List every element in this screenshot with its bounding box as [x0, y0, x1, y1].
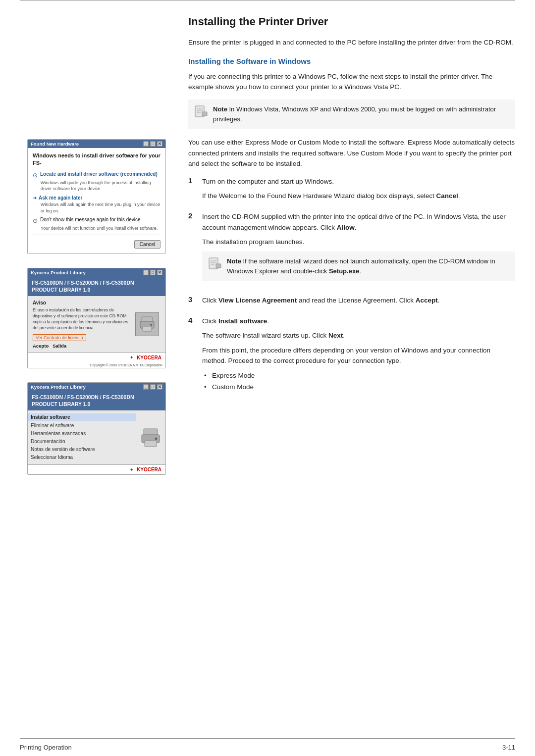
- ss2-link-salida[interactable]: Salida: [53, 343, 66, 349]
- para1: You can use either Express Mode or Custo…: [188, 137, 515, 169]
- step-1-number: 1: [188, 176, 202, 185]
- ss1-link1[interactable]: Locate and install driver software (reco…: [40, 171, 158, 177]
- svg-point-7: [155, 437, 158, 440]
- ss1-link1-block: ⊙ Locate and install driver software (re…: [33, 171, 160, 192]
- ss2-header: FS-C5100DN / FS-C5200DN / FS-C5300DN PRO…: [28, 277, 165, 296]
- ss1-cancel-button[interactable]: Cancel: [134, 240, 160, 249]
- ss1-arrow-sub: Windows will ask again the next time you…: [41, 202, 160, 214]
- ss3-menu-item-highlighted[interactable]: Instalar software: [28, 413, 136, 421]
- note-box-1: Note In Windows Vista, Windows XP and Wi…: [188, 100, 515, 129]
- footer-left: Printing Operation: [20, 744, 72, 751]
- ss3-close[interactable]: ✕: [157, 384, 162, 390]
- ss2-footer: ✦ KYOCERA: [28, 353, 165, 362]
- step-4-content: Click Install software. The software ins…: [202, 316, 515, 393]
- step-2-number: 2: [188, 211, 202, 220]
- ss3-menu-item-1[interactable]: Eliminar el software: [28, 422, 136, 429]
- ss3-minimize[interactable]: _: [143, 384, 149, 390]
- ss1-titlebar-title: Found New Hardware: [31, 141, 79, 147]
- ss2-right: [133, 300, 160, 349]
- left-column: Found New Hardware _ □ ✕ Windows needs t…: [20, 15, 173, 723]
- ss3-menu-item-3[interactable]: Documentación: [28, 438, 136, 445]
- ss2-link-acepto[interactable]: Acepto: [33, 343, 49, 349]
- ss1-body: Windows needs to install driver software…: [28, 148, 165, 253]
- ss3-titlebar: Kyocera Product Library _ □ ✕: [28, 383, 165, 391]
- ss3-menu-item-2[interactable]: Herramientas avanzadas: [28, 430, 136, 437]
- ss2-controls: _ □ ✕: [143, 270, 162, 275]
- ss1-arrow-block: ➜ Ask me again later Windows will ask ag…: [33, 195, 160, 214]
- right-column: Installing the Printer Driver Ensure the…: [188, 15, 515, 723]
- page: Found New Hardware _ □ ✕ Windows needs t…: [0, 0, 535, 756]
- step-3-content: Click View License Agreement and read th…: [202, 295, 515, 310]
- ss1-close[interactable]: ✕: [157, 141, 162, 147]
- ss1-titlebar: Found New Hardware _ □ ✕: [28, 140, 165, 148]
- step-4-main: Click Install software.: [202, 316, 515, 327]
- ss2-body-text: El uso o instalación de los controladore…: [33, 307, 129, 331]
- step-2-sub: The installation program launches.: [202, 237, 515, 248]
- ss3-body: Instalar software Eliminar el software H…: [28, 410, 165, 464]
- ss2-titlebar-title: Kyocera Product Library: [31, 270, 86, 275]
- ss3-header: FS-C5100DN / FS-C5200DN / FS-C5300DN PRO…: [28, 391, 165, 410]
- svg-marker-17: [216, 264, 221, 268]
- ss1-minimize[interactable]: _: [143, 141, 149, 147]
- note-text-2: Note If the software install wizard does…: [227, 256, 509, 276]
- svg-point-3: [150, 324, 152, 326]
- bullet-express: Express Mode: [204, 370, 515, 382]
- ss2-minimize[interactable]: _: [143, 270, 149, 275]
- ss1-check-text: Don't show this message again for this d…: [40, 217, 141, 222]
- note-label-2: Note: [227, 257, 241, 265]
- step-3-number: 3: [188, 295, 202, 303]
- note-label-1: Note: [213, 105, 227, 113]
- ss1-controls: _ □ ✕: [143, 141, 162, 147]
- step-1-main: Turn on the computer and start up Window…: [202, 176, 515, 187]
- step-4-sub1: The software install wizard starts up. C…: [202, 330, 515, 341]
- note-icon-1: [194, 105, 208, 119]
- ss2-titlebar: Kyocera Product Library _ □ ✕: [28, 268, 165, 277]
- ss1-arrow-text: Ask me again later: [39, 195, 82, 201]
- ss1-footer: Cancel: [33, 238, 160, 250]
- step-3: 3 Click View License Agreement and read …: [188, 295, 515, 310]
- ss3-model-line1: FS-C5100DN / FS-C5200DN / FS-C5300DN: [32, 394, 161, 401]
- ss3-maximize[interactable]: □: [150, 384, 156, 390]
- ss2-left: Aviso El uso o instalación de los contro…: [33, 300, 129, 349]
- ss1-maximize[interactable]: □: [150, 141, 156, 147]
- ss3-controls: _ □ ✕: [143, 384, 162, 390]
- ss1-check-block: ⊙ Don't show this message again for this…: [33, 217, 160, 232]
- ss1-separator: [33, 235, 160, 235]
- ss3-menu-item-5[interactable]: Seleccionar Idioma: [28, 454, 136, 461]
- ss2-model-line2: PRODUCT LIBRARY 1.0: [32, 286, 161, 294]
- ss3-menu-item-4[interactable]: Notas de versión de software: [28, 446, 136, 453]
- note-icon-2: [208, 257, 222, 271]
- intro-paragraph: Ensure the printer is plugged in and con…: [188, 37, 515, 48]
- ss2-close[interactable]: ✕: [157, 270, 162, 275]
- note-text-1: Note In Windows Vista, Windows XP and Wi…: [213, 104, 509, 124]
- section-intro: If you are connecting this printer to a …: [188, 71, 515, 93]
- ss2-aviso: Aviso: [33, 300, 129, 305]
- step-4-sub2: From this point, the procedure differs d…: [202, 345, 515, 366]
- section-heading: Installing the Software in Windows: [188, 57, 515, 65]
- ss1-sub1: Windows will guide you through the proce…: [41, 180, 160, 192]
- step-4-bullets: Express Mode Custom Mode: [204, 370, 515, 393]
- ss1-arrow-icon: ➜: [33, 195, 37, 201]
- step-3-main: Click View License Agreement and read th…: [202, 295, 515, 306]
- screenshot-kyocera-menu: Kyocera Product Library _ □ ✕ FS-C5100DN…: [27, 382, 166, 475]
- ss2-links: Acepto Salida: [33, 343, 129, 349]
- step-1-content: Turn on the computer and start up Window…: [202, 176, 515, 205]
- ss3-printer-icon: [136, 410, 165, 464]
- note-box-2: Note If the software install wizard does…: [202, 252, 515, 281]
- svg-rect-2: [143, 326, 152, 331]
- ss2-maximize[interactable]: □: [150, 270, 156, 275]
- ss3-printer-svg: [140, 427, 161, 449]
- note-body-1: In Windows Vista, Windows XP and Windows…: [213, 105, 496, 123]
- ss2-license-btn[interactable]: Ver Contrato de licencia: [33, 334, 86, 341]
- main-heading: Installing the Printer Driver: [188, 15, 515, 28]
- ss2-printer-icon: [135, 312, 159, 336]
- ss2-copyright: Copyright © 2008 KYOCERA MITA Corporatio…: [28, 362, 165, 368]
- ss3-kyocera-cross-icon: ✦: [130, 467, 134, 472]
- footer-right: 3-11: [502, 744, 515, 751]
- step-1: 1 Turn on the computer and start up Wind…: [188, 176, 515, 205]
- ss1-radio2-icon: ⊙: [33, 217, 38, 224]
- ss3-footer: ✦ KYOCERA: [28, 464, 165, 474]
- page-footer: Printing Operation 3-11: [0, 739, 535, 756]
- ss2-kyocera-logo: KYOCERA: [137, 355, 161, 360]
- content-area: Found New Hardware _ □ ✕ Windows needs t…: [0, 0, 535, 738]
